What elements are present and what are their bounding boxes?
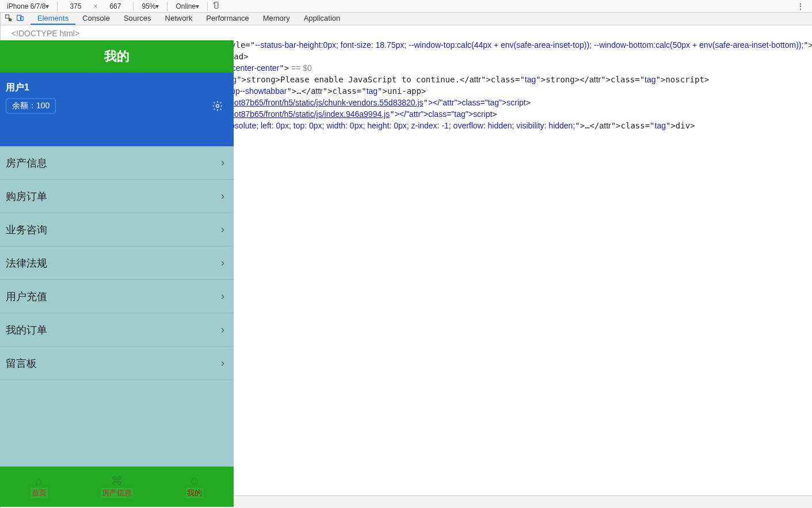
chevron-right-icon: ›: [221, 157, 224, 169]
rotate-icon[interactable]: [212, 1, 220, 11]
tab-label: 房产信息: [101, 488, 133, 498]
list-item[interactable]: 我的订单›: [0, 313, 234, 347]
phone-frame: 我的 用户1 余额：100 房产信息› 购房订单› 业务咨询› 法律法规› 用户…: [0, 40, 234, 507]
width-input[interactable]: 375: [62, 1, 89, 12]
chevron-right-icon: ›: [221, 223, 224, 236]
chevron-right-icon: ›: [221, 190, 224, 202]
tab-application[interactable]: Application: [297, 13, 348, 25]
chevron-right-icon: ›: [221, 290, 224, 302]
list-item-label: 我的订单: [6, 323, 47, 337]
list-item[interactable]: 法律法规›: [0, 247, 234, 280]
grid-icon: ⌘: [111, 475, 123, 487]
balance-value: 100: [36, 101, 49, 110]
devtools-toolbar: Elements Console Sources Network Perform…: [1, 13, 812, 25]
device-toolbar: iPhone 6/7/8 375 × 667 95% Online ⋮: [0, 0, 812, 13]
list-item-label: 房产信息: [6, 156, 47, 170]
tab-sources[interactable]: Sources: [117, 13, 158, 25]
list-item[interactable]: 留言板›: [0, 347, 234, 380]
kebab-icon[interactable]: ⋮: [792, 2, 809, 10]
chevron-right-icon: ›: [221, 357, 224, 369]
list-item-label: 业务咨询: [6, 223, 47, 237]
chevron-right-icon: ›: [221, 257, 224, 269]
tab-console[interactable]: Console: [75, 13, 117, 25]
list-item-label: 用户充值: [6, 290, 47, 304]
user-icon: ☺: [189, 475, 200, 487]
inspect-icon[interactable]: [3, 14, 14, 24]
tab-memory[interactable]: Memory: [256, 13, 297, 25]
times-icon: ×: [91, 2, 100, 10]
devtools-tabs: Elements Console Sources Network Perform…: [31, 13, 347, 25]
zoom-select[interactable]: 95%: [138, 1, 162, 12]
device-mode-icon[interactable]: [14, 14, 26, 24]
tab-label: 首页: [31, 488, 48, 498]
gear-icon[interactable]: [212, 100, 223, 113]
home-icon: ⌂: [36, 475, 43, 487]
svg-rect-0: [215, 2, 218, 9]
tab-elements[interactable]: Elements: [31, 13, 75, 25]
svg-rect-2: [6, 15, 9, 18]
svg-point-1: [216, 105, 219, 108]
tab-performance[interactable]: Performance: [199, 13, 256, 25]
balance-label: 余额：: [12, 101, 36, 110]
network-select[interactable]: Online: [172, 1, 203, 12]
menu-list: 房产信息› 购房订单› 业务咨询› 法律法规› 用户充值› 我的订单› 留言板›: [0, 146, 234, 380]
page-title: 我的: [0, 40, 234, 73]
list-item[interactable]: 用户充值›: [0, 280, 234, 313]
list-item[interactable]: 业务咨询›: [0, 213, 234, 247]
tab-label: 我的: [186, 488, 203, 498]
tab-home[interactable]: ⌂首页: [0, 467, 78, 507]
tab-mine[interactable]: ☺我的: [156, 467, 234, 507]
list-item-label: 留言板: [6, 357, 37, 370]
tab-network[interactable]: Network: [158, 13, 200, 25]
list-item[interactable]: 购房订单›: [0, 180, 234, 213]
list-item-label: 法律法规: [6, 256, 47, 270]
list-item[interactable]: 房产信息›: [0, 146, 234, 180]
tabbar: ⌂首页 ⌘房产信息 ☺我的: [0, 467, 234, 507]
balance-badge[interactable]: 余额：100: [6, 98, 56, 113]
chevron-right-icon: ›: [221, 324, 224, 336]
profile-card: 用户1 余额：100: [0, 73, 234, 146]
tab-property[interactable]: ⌘房产信息: [78, 467, 155, 507]
list-item-label: 购房订单: [6, 189, 47, 203]
device-select[interactable]: iPhone 6/7/8: [3, 1, 52, 12]
height-input[interactable]: 667: [102, 1, 128, 12]
username-label: 用户1: [6, 82, 226, 94]
